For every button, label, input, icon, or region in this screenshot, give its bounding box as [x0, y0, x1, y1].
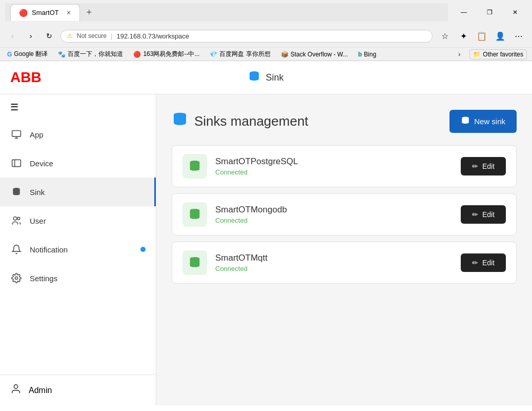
bookmark-163[interactable]: 🔴 163网易免费邮--中...: [131, 49, 201, 60]
bookmark-baidu[interactable]: 🐾 百度一下，你就知道: [56, 49, 125, 60]
sidebar-item-settings-label: Settings: [30, 274, 57, 283]
maximize-button[interactable]: ❐: [478, 5, 501, 20]
close-button[interactable]: ✕: [503, 5, 527, 20]
svg-point-10: [14, 385, 17, 388]
header-title: Sink: [248, 70, 283, 85]
sidebar-footer: Admin: [0, 375, 156, 405]
bookmark-stackoverflow[interactable]: 📦 Stack Overflow - W...: [279, 50, 350, 59]
bookmark-163-icon: 🔴: [133, 51, 141, 58]
edit-mqtt-button[interactable]: ✏ Edit: [461, 253, 506, 272]
bookmark-bing[interactable]: b Bing: [356, 50, 378, 59]
page-header: Sinks management New sink: [172, 110, 517, 133]
bookmark-baidupan[interactable]: 💎 百度网盘 享你所想: [208, 49, 272, 60]
bookmark-stackoverflow-icon: 📦: [281, 51, 289, 58]
sink-postgresql-status: Connected: [215, 168, 453, 176]
sink-card-mqtt: SmartOTMqtt Connected ✏ Edit: [172, 242, 517, 284]
edit-postgresql-label: Edit: [482, 162, 495, 170]
svg-rect-4: [12, 160, 21, 166]
sidebar-item-device[interactable]: Device: [0, 149, 156, 178]
main-area: Sinks management New sink: [156, 94, 532, 405]
page-title: Sinks management: [194, 113, 309, 129]
sink-mqtt-status: Connected: [215, 265, 453, 272]
admin-icon: [10, 383, 22, 397]
notification-badge: [140, 247, 146, 252]
active-tab[interactable]: 🔴 SmartOT ✕: [10, 4, 80, 21]
edit-mongodb-icon: ✏: [472, 210, 478, 219]
app-icon: [10, 129, 23, 140]
new-sink-icon: [461, 116, 470, 127]
sink-card-mongodb: SmartOTMongodb Connected ✏ Edit: [172, 193, 517, 236]
abb-text: ABB: [10, 69, 42, 85]
sidebar-hamburger[interactable]: ☰: [0, 94, 156, 120]
new-tab-button[interactable]: +: [80, 3, 98, 22]
window-controls: — ❐ ✕: [452, 5, 527, 20]
sidebar-item-sink-label: Sink: [30, 188, 45, 197]
svg-rect-1: [12, 131, 21, 137]
collections-button[interactable]: 📋: [474, 28, 490, 44]
sink-card-postgresql: SmartOTPostgreSQL Connected ✏ Edit: [172, 145, 517, 187]
sidebar-item-device-label: Device: [30, 159, 53, 168]
abb-logo: ABB: [10, 69, 42, 86]
sink-mqtt-name: SmartOTMqtt: [215, 253, 453, 263]
bookmark-163-label: 163网易免费邮--中...: [143, 50, 199, 58]
address-bar[interactable]: ⚠ Not secure | 192.168.0.73/workspace: [60, 30, 433, 43]
bookmark-baidupan-label: 百度网盘 享你所想: [219, 50, 270, 58]
sink-postgresql-info: SmartOTPostgreSQL Connected: [215, 156, 453, 176]
sink-mqtt-icon: [182, 250, 207, 275]
header-sink-icon: [248, 70, 260, 85]
minimize-button[interactable]: —: [452, 5, 476, 20]
sidebar-item-settings[interactable]: Settings: [0, 264, 156, 292]
edit-postgresql-button[interactable]: ✏ Edit: [461, 157, 506, 175]
bookmark-bing-icon: b: [358, 51, 362, 58]
svg-point-8: [17, 217, 20, 220]
browser-chrome: 🔴 SmartOT ✕ + — ❐ ✕ ‹ › ↻ ⚠ Not secure |…: [0, 0, 532, 61]
sidebar-item-notification-label: Notification: [30, 245, 68, 254]
forward-button[interactable]: ›: [24, 29, 38, 43]
folder-icon: 📁: [473, 51, 481, 58]
app-header: ABB Sink: [0, 61, 532, 94]
edit-postgresql-icon: ✏: [472, 162, 478, 170]
sidebar-item-user[interactable]: User: [0, 206, 156, 235]
sidebar-nav: App Device: [0, 120, 156, 375]
back-button[interactable]: ‹: [5, 29, 19, 43]
page-title-icon: [172, 111, 188, 131]
notification-icon: [10, 244, 23, 255]
edit-mqtt-label: Edit: [482, 259, 495, 267]
address-bar-row: ‹ › ↻ ⚠ Not secure | 192.168.0.73/worksp…: [0, 25, 532, 47]
admin-label: Admin: [29, 386, 52, 395]
new-sink-button[interactable]: New sink: [449, 110, 517, 133]
edit-mongodb-button[interactable]: ✏ Edit: [461, 205, 506, 224]
menu-button[interactable]: ⋯: [510, 28, 527, 44]
sink-icon: [10, 187, 23, 197]
reload-button[interactable]: ↻: [42, 29, 56, 43]
bookmark-google[interactable]: G Google 翻译: [5, 49, 50, 60]
sink-mongodb-icon: [182, 202, 207, 227]
bookmark-bing-label: Bing: [364, 51, 376, 58]
svg-point-9: [15, 277, 18, 280]
other-favorites[interactable]: 📁 Other favorites: [469, 49, 527, 60]
sidebar-item-notification[interactable]: Notification: [0, 235, 156, 264]
sidebar-item-app[interactable]: App: [0, 120, 156, 149]
sidebar-item-sink[interactable]: Sink: [0, 178, 156, 206]
security-warning-icon: ⚠: [67, 32, 73, 40]
favorites-button[interactable]: ✦: [455, 28, 472, 44]
settings-icon: [10, 273, 23, 283]
edit-mongodb-label: Edit: [482, 210, 495, 219]
star-button[interactable]: ☆: [437, 28, 453, 44]
user-icon: [10, 216, 23, 226]
app-wrapper: ABB Sink ☰: [0, 61, 532, 405]
profile-button[interactable]: 👤: [492, 28, 508, 44]
not-secure-label: Not secure: [77, 32, 107, 40]
new-sink-label: New sink: [474, 117, 505, 126]
tab-close-icon[interactable]: ✕: [66, 9, 71, 16]
tab-bar: 🔴 SmartOT ✕ +: [5, 3, 448, 22]
other-favorites-label: Other favorites: [483, 51, 523, 58]
header-title-text: Sink: [265, 72, 283, 83]
address-separator: |: [111, 32, 112, 40]
bookmark-baidu-label: 百度一下，你就知道: [68, 50, 123, 58]
sink-mqtt-info: SmartOTMqtt Connected: [215, 253, 453, 272]
bookmark-google-label: Google 翻译: [14, 50, 48, 58]
bookmarks-more-icon[interactable]: ›: [455, 50, 463, 59]
page-title-group: Sinks management: [172, 111, 309, 131]
bookmark-baidu-icon: 🐾: [58, 51, 66, 58]
